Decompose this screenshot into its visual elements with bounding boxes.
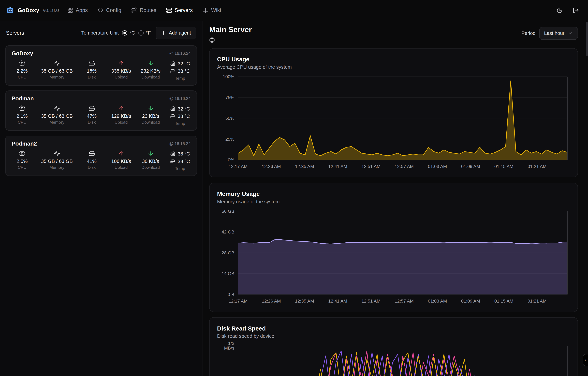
server-stats: 2.2% CPU 35 GB / 63 GB Memory 16% Disk [12,60,191,81]
upload-stat: 335 KB/s Upload [111,60,132,80]
cpu-label: CPU [18,165,26,170]
temp-stat: 32 °C 38 °C Temp [170,60,191,81]
servers-panel: Servers Temperature Unit °C °F [0,21,203,376]
activity-icon [54,105,60,112]
server-card-podman2[interactable]: Podman2 @ 16:16:24 2.5% CPU 35 GB / 63 G… [5,136,197,176]
godoxy-logo-icon [6,6,14,14]
book-icon [203,7,209,13]
nav-label: Config [106,7,121,13]
temp-stat: 32 °C 38 °C Temp [170,105,191,126]
plus-icon [161,30,166,36]
memory-stat: 35 GB / 63 GB Memory [41,105,73,125]
hard-drive-icon [170,114,175,119]
nav-item-servers[interactable]: Servers [166,7,193,13]
chart-title: Memory Usage [217,190,568,198]
cpu-stat: 2.5% CPU [12,150,33,170]
memory-value: 35 GB / 63 GB [41,68,73,74]
cpu-usage-chart[interactable]: 100%75%50%25%0% 12:17 AM12:26 AM12:35 AM… [217,77,568,171]
y-axis: 1/2 MB/s [217,346,238,376]
disk-read-speed-card: Disk Read Speed Disk read speed by devic… [209,317,578,376]
server-stats: 2.1% CPU 35 GB / 63 GB Memory 47% Disk [12,105,191,126]
theme-toggle-moon-icon[interactable] [556,7,563,13]
hard-drive-icon [88,60,95,66]
arrow-up-icon [118,150,124,157]
fahrenheit-radio[interactable]: °F [139,30,151,36]
cpu-stat: 2.1% CPU [12,105,33,125]
disk-stat: 41% Disk [81,150,102,170]
collapse-panel-handle[interactable]: ‹ [583,354,588,366]
upload-value: 106 KB/s [111,158,131,164]
add-agent-button[interactable]: Add agent [156,27,196,39]
nav-label: Servers [175,7,193,13]
nav-item-wiki[interactable]: Wiki [203,7,221,13]
scrollbar-thumb[interactable] [586,22,588,56]
servers-panel-header: Servers Temperature Unit °C °F [5,25,197,41]
memory-usage-chart[interactable]: 56 GB42 GB28 GB14 GB0 B 12:17 AM12:26 AM… [217,211,568,306]
y-axis: 100%75%50%25%0% [217,77,238,160]
disk-label: Disk [88,165,96,170]
memory-label: Memory [49,75,64,80]
activity-icon [54,60,60,66]
cpu-value: 2.1% [17,113,28,119]
disk-temp-value: 38 °C [178,159,190,164]
celsius-radio[interactable]: °C [122,30,135,36]
disk-stat: 16% Disk [81,60,102,80]
cpu-chip-icon [19,150,25,157]
temperature-unit-label: Temperature Unit [81,30,119,36]
upload-label: Upload [115,120,128,125]
disk-value: 47% [87,113,96,119]
cpu-chip-icon [19,60,25,66]
period-select[interactable]: Last hour [539,27,578,40]
activity-icon [54,150,60,157]
disk-read-speed-chart[interactable]: 1/2 MB/s [217,346,568,376]
cpu-usage-card: CPU Usage Average CPU usage of the syste… [209,48,578,178]
grid-icon [67,7,73,13]
main-nav: Apps Config Routes Servers [67,7,221,13]
upload-stat: 106 KB/s Upload [111,150,132,170]
server-timestamp: @ 16:16:24 [169,141,191,146]
logout-icon[interactable] [573,7,579,13]
x-axis: 12:17 AM12:26 AM12:35 AM12:41 AM12:51 AM… [238,161,568,171]
add-agent-label: Add agent [169,30,191,36]
disk-value: 41% [87,158,96,164]
server-card-godoxy[interactable]: GoDoxy @ 16:16:24 2.2% CPU 35 GB / 63 GB… [5,45,197,86]
plot-area [238,211,568,294]
server-timestamp: @ 16:16:24 [169,51,191,56]
chevron-down-icon [568,31,573,36]
cpu-value: 2.5% [17,158,28,164]
chart-title: CPU Usage [217,56,568,63]
download-stat: 232 KB/s Download [140,60,161,80]
code-icon [97,7,104,13]
brand: GoDoxy v0.18.0 [6,6,59,14]
hard-drive-icon [170,69,175,74]
chart-subtitle: Average CPU usage of the system [217,64,568,70]
server-name: GoDoxy [12,50,33,57]
brand-version: v0.18.0 [43,8,59,13]
server-timestamp: @ 16:16:24 [169,96,191,101]
server-icon [166,7,172,13]
nav-item-config[interactable]: Config [97,7,121,13]
period-control: Period Last hour [521,27,578,40]
brand-name: GoDoxy [18,7,39,13]
nav-label: Wiki [211,7,221,13]
hard-drive-icon [88,150,95,157]
globe-icon[interactable] [209,37,252,43]
download-stat: 30 KB/s Download [140,150,161,170]
fahrenheit-label: °F [146,30,151,36]
hard-drive-icon [170,159,175,164]
chart-subtitle: Disk read speed by device [217,333,568,339]
temp-label: Temp [175,166,185,171]
nav-item-apps[interactable]: Apps [67,7,88,13]
server-card-podman[interactable]: Podman @ 16:16:24 2.1% CPU 35 GB / 63 GB… [5,91,197,131]
memory-stat: 35 GB / 63 GB Memory [41,60,73,80]
hard-drive-icon [88,105,95,112]
download-label: Download [141,165,160,170]
memory-label: Memory [49,120,64,125]
disk-label: Disk [88,75,96,80]
temperature-unit-group: Temperature Unit °C °F [81,30,151,36]
y-axis: 56 GB42 GB28 GB14 GB0 B [217,211,238,294]
nav-item-routes[interactable]: Routes [131,7,156,13]
upload-value: 335 KB/s [111,68,131,74]
upload-value: 129 KB/s [111,113,131,119]
x-axis: 12:17 AM12:26 AM12:35 AM12:41 AM12:51 AM… [238,296,568,306]
